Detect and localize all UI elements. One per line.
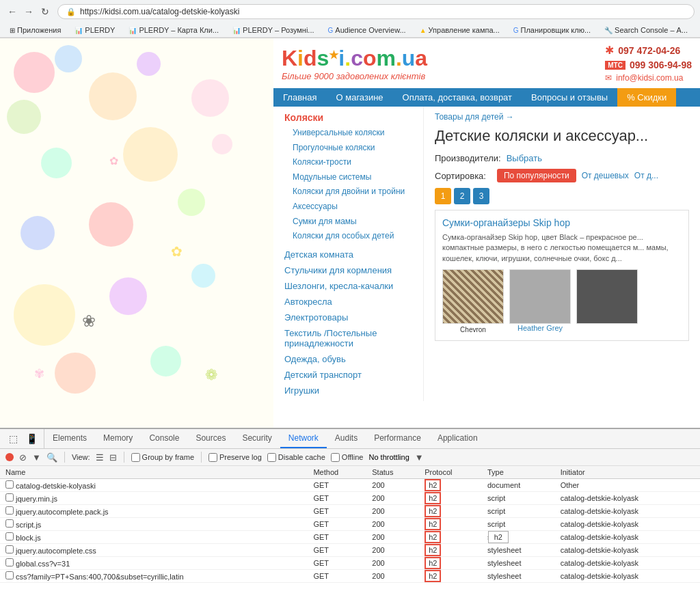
sidebar-cat-highchair[interactable]: Стульчики для кормления [284,265,412,275]
bookmark-campaign[interactable]: ▲ Управление кампа... [416,25,504,36]
product-img-2[interactable] [509,269,571,324]
table-row[interactable]: script.js GET 200 h2 script catalog-dets… [0,518,700,531]
bubble-2 [55,45,82,72]
reload-button[interactable]: ↻ [38,5,52,18]
sidebar-cat-electric[interactable]: Электротовары [284,312,412,323]
bookmark-plerdy3[interactable]: 📊 PLERDY – Розумні... [228,25,318,36]
tab-elements[interactable]: Elements [44,429,95,448]
product-img-3[interactable] [576,269,638,324]
row-checkbox[interactable] [5,545,14,553]
tab-application[interactable]: Application [429,429,486,448]
tab-security[interactable]: Security [234,429,280,448]
nav-about[interactable]: О магазине [326,88,392,107]
sidebar-cat-nursery[interactable]: Детская комната [284,249,412,260]
row-checkbox[interactable] [5,532,14,541]
bookmark-plerdy1[interactable]: 📊 PLERDY [70,25,119,36]
page-3[interactable]: 3 [473,188,489,204]
sidebar-main-category[interactable]: Коляски [284,112,412,123]
sidebar-cat-textile[interactable]: Текстиль /Постельные принадлежности [284,328,412,348]
offline-input[interactable] [331,453,340,462]
tab-sources[interactable]: Sources [187,429,234,448]
bookmark-campaign-label: Управление кампа... [429,26,500,34]
name-cell: catalog-detskie-kolyaski [0,479,308,492]
inspect-icon[interactable]: ⬚ [7,432,20,446]
sort-cheap[interactable]: От дешевых [582,171,629,180]
row-checkbox[interactable] [5,506,14,515]
sidebar-cat-transport[interactable]: Детский транспорт [284,370,412,380]
nav-reviews[interactable]: Вопросы и отзывы [522,88,617,107]
row-checkbox[interactable] [5,480,14,489]
offline-checkbox[interactable]: Offline [331,453,364,462]
forward-button[interactable]: → [22,5,36,18]
logo-text: Kids★i.com.ua [282,46,427,70]
preserve-log-input[interactable] [208,453,217,462]
tab-audits[interactable]: Audits [327,429,366,448]
sidebar-cat-toys[interactable]: Игрушки [284,385,412,396]
row-checkbox[interactable] [5,519,14,528]
sidebar-sub-universal[interactable]: Универсальные коляски [293,126,412,141]
sort-active[interactable]: По популярности [497,169,576,182]
back-button[interactable]: ← [5,5,19,18]
view-list-icon[interactable]: ☰ [96,452,104,463]
sidebar-sub-walk[interactable]: Прогулочные коляски [293,141,412,156]
table-row[interactable]: jquery.autocomplete.css GET 200 h2 style… [0,544,700,557]
tab-performance[interactable]: Performance [366,429,429,448]
sidebar-cat-clothes[interactable]: Одежда, обувь [284,354,412,364]
row-checkbox[interactable] [5,571,14,579]
throttle-select[interactable]: No throttling [368,453,409,461]
search-icon[interactable]: 🔍 [46,452,57,463]
nav-delivery[interactable]: Оплата, доставка, возврат [393,88,522,107]
sidebar-cat-carseat[interactable]: Автокресла [284,297,412,307]
view-large-icon[interactable]: ⊟ [109,452,117,463]
breadcrumb-link[interactable]: Товары для детей → [435,112,514,122]
bookmark-planner[interactable]: G Планировщик клю... [509,25,595,36]
website-area: ❀ ✿ ✾ ❁ ✿ Kids★i.com.ua Більше 9000 задо… [0,38,700,428]
sidebar-sub-twin[interactable]: Коляски для двойни и тройни [293,184,412,200]
nav-home[interactable]: Главная [273,88,326,107]
sidebar-sub-cane[interactable]: Коляски-трости [293,155,412,170]
disable-cache-checkbox[interactable]: Disable cache [267,453,325,462]
table-row[interactable]: catalog-detskie-kolyaski GET 200 h2 docu… [0,479,700,492]
col-initiator: Initiator [555,466,700,479]
address-bar[interactable]: 🔒 https://kidsi.com.ua/catalog-detskie-k… [57,4,695,19]
product-img-chevron[interactable] [442,269,504,324]
bookmark-apps[interactable]: ⊞ Приложения [5,25,65,36]
sidebar-sub-bags[interactable]: Сумки для мамы [293,215,412,230]
row-checkbox[interactable] [5,558,14,566]
preserve-log-checkbox[interactable]: Preserve log [208,453,262,462]
bookmark-search-console[interactable]: 🔧 Search Console – А... [600,25,692,36]
table-row[interactable]: css?family=PT+Sans:400,700&subset=cyrill… [0,570,700,583]
row-checkbox[interactable] [5,493,14,502]
sort-other[interactable]: От д... [634,171,658,180]
nav-sale[interactable]: % Скидки [617,88,676,107]
group-by-frame-checkbox[interactable]: Group by frame [131,453,194,462]
bookmark-audience[interactable]: G Audience Overview... [324,25,410,36]
type-cell: stylesheet [482,570,555,583]
group-by-frame-input[interactable] [131,453,140,462]
page-1[interactable]: 1 [435,188,451,204]
disable-cache-input[interactable] [267,453,276,462]
clear-icon[interactable]: ⊘ [19,452,27,463]
bookmark-plerdy2[interactable]: 📊 PLERDY – Карта Кли... [124,25,223,36]
tab-console[interactable]: Console [141,429,187,448]
table-row[interactable]: jquery.autocomplete.pack.js GET 200 h2 s… [0,505,700,518]
page-2[interactable]: 2 [454,188,470,204]
sidebar-cat-rocker[interactable]: Шезлонги, кресла-качалки [284,281,412,291]
product-title[interactable]: Сумки-органайзеры Skip hop [442,217,682,228]
bubble-16 [55,353,96,394]
initiator-cell: catalog-detskie-kolyask [555,492,700,505]
table-row[interactable]: block.js GET 200 h2 script catalog-detsk… [0,531,700,544]
sidebar-sub-accessories[interactable]: Аксессуары [293,200,412,215]
tab-network[interactable]: Network [280,429,327,448]
record-button[interactable] [5,453,14,461]
bubble-3 [7,100,41,134]
throttle-arrow[interactable]: ▼ [415,452,424,463]
table-row[interactable]: global.css?v=31 GET 200 h2 stylesheet ca… [0,557,700,570]
device-icon[interactable]: 📱 [24,432,40,446]
filter-icon[interactable]: ▼ [32,452,41,463]
filter-link[interactable]: Выбрать [507,153,542,163]
sidebar-sub-special[interactable]: Коляски для особых детей [293,229,412,244]
table-row[interactable]: jquery.min.js GET 200 h2 script catalog-… [0,492,700,505]
tab-memory[interactable]: Memory [95,429,141,448]
sidebar-sub-modular[interactable]: Модульные системы [293,170,412,185]
